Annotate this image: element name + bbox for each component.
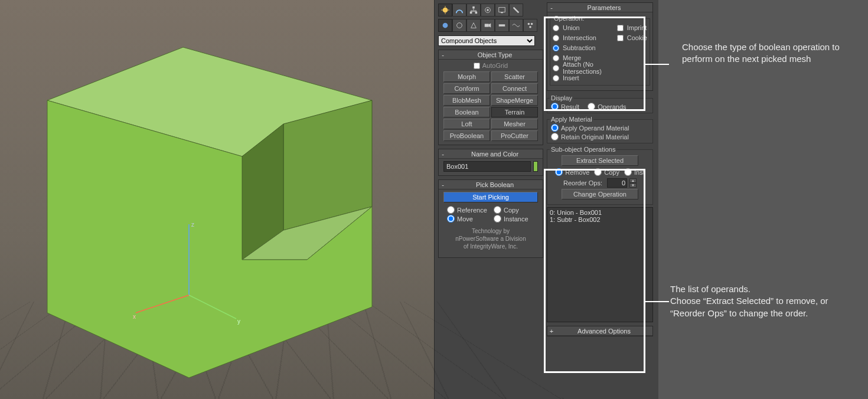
svg-rect-22 bbox=[475, 12, 478, 14]
apply-material-group: Apply Material Apply Operand MaterialRet… bbox=[547, 116, 653, 143]
pick-mode-reference[interactable]: Reference bbox=[447, 206, 488, 214]
spinner-up[interactable]: ▲ bbox=[629, 178, 637, 183]
create-category-tabs bbox=[438, 18, 543, 33]
rollout-toggle[interactable]: - bbox=[547, 4, 556, 11]
object-type-procutter[interactable]: ProCutter bbox=[491, 130, 538, 141]
lights-cat[interactable] bbox=[466, 19, 481, 32]
apply-mat-apply-operand-material[interactable]: Apply Operand Material bbox=[551, 124, 649, 132]
callout-line-bottom bbox=[645, 301, 669, 302]
reorder-ops-label: Reorder Ops: bbox=[563, 179, 602, 187]
spinner-down[interactable]: ▼ bbox=[629, 183, 637, 188]
svg-rect-30 bbox=[499, 8, 505, 12]
svg-rect-20 bbox=[472, 6, 475, 9]
object-type-morph[interactable]: Morph bbox=[443, 71, 490, 82]
rollout-title: Object Type bbox=[447, 51, 543, 58]
rollout-advanced-options: +Advanced Options bbox=[547, 326, 653, 336]
rollout-name-color: -Name and Color bbox=[438, 149, 543, 176]
helpers-cat[interactable] bbox=[495, 19, 509, 32]
start-picking-button[interactable]: Start Picking bbox=[443, 192, 538, 202]
svg-point-38 bbox=[531, 23, 533, 25]
rollout-pick-boolean: -Pick Boolean Start Picking ReferenceCop… bbox=[438, 179, 543, 258]
operation-insert[interactable]: Insert bbox=[553, 73, 614, 83]
spacewarps-cat[interactable] bbox=[509, 19, 523, 32]
callout-line-top bbox=[645, 64, 669, 65]
motion-tab[interactable] bbox=[481, 4, 495, 17]
subobj-mode-inst[interactable]: Inst bbox=[624, 168, 645, 176]
rollout-object-type: -Object Type AutoGrid MorphScatterConfor… bbox=[438, 50, 543, 145]
rollout-toggle[interactable]: - bbox=[439, 51, 447, 58]
rollout-parameters: -Parameters Operation: UnionIntersection… bbox=[547, 2, 653, 91]
pick-mode-instance[interactable]: Instance bbox=[494, 215, 534, 223]
boolean-cube: z x y bbox=[0, 0, 434, 399]
object-type-terrain[interactable]: Terrain bbox=[491, 107, 538, 117]
annotation-top: Choose the type of boolean operation to … bbox=[682, 41, 853, 66]
svg-point-32 bbox=[443, 23, 448, 28]
object-type-mesher[interactable]: Mesher bbox=[491, 119, 538, 129]
subobj-mode-copy[interactable]: Copy bbox=[594, 168, 619, 176]
rollout-title: Name and Color bbox=[447, 151, 543, 158]
svg-rect-34 bbox=[485, 24, 489, 27]
subobj-mode-remove[interactable]: Remove bbox=[555, 168, 589, 176]
rollout-title: Advanced Options bbox=[556, 328, 652, 335]
object-category-dropdown[interactable]: Compound Objects bbox=[438, 35, 535, 46]
svg-point-39 bbox=[529, 26, 531, 28]
operand-row[interactable]: 0: Union - Box001 bbox=[550, 209, 650, 216]
annotation-bottom: The list of operands.Choose “Extract Sel… bbox=[670, 283, 859, 319]
apply-mat-retain-original-material[interactable]: Retain Original Material bbox=[551, 133, 649, 140]
rollout-title: Parameters bbox=[556, 4, 652, 11]
svg-point-37 bbox=[528, 23, 530, 25]
svg-rect-21 bbox=[470, 12, 472, 14]
pick-mode-copy[interactable]: Copy bbox=[494, 206, 534, 214]
pick-mode-move[interactable]: Move bbox=[447, 215, 488, 223]
systems-cat[interactable] bbox=[523, 19, 537, 32]
utilities-tab[interactable] bbox=[509, 4, 523, 17]
operation-intersection[interactable]: Intersection bbox=[553, 33, 614, 42]
object-type-conform[interactable]: Conform bbox=[443, 83, 490, 94]
extract-selected-button[interactable]: Extract Selected bbox=[562, 155, 638, 166]
object-type-boolean[interactable]: Boolean bbox=[443, 107, 490, 117]
object-type-blobmesh[interactable]: BlobMesh bbox=[443, 95, 490, 106]
svg-rect-36 bbox=[499, 24, 505, 27]
operand-list[interactable]: 0: Union - Box0011: Subtr - Box002 bbox=[547, 207, 653, 322]
display-tab[interactable] bbox=[495, 4, 509, 17]
autogrid-checkbox[interactable]: AutoGrid bbox=[443, 62, 538, 69]
object-type-loft[interactable]: Loft bbox=[443, 119, 490, 129]
svg-rect-31 bbox=[501, 12, 503, 14]
viewport-3d[interactable]: z x y bbox=[0, 0, 434, 399]
object-type-proboolean[interactable]: ProBoolean bbox=[443, 130, 490, 141]
cookie-checkbox[interactable]: Cookie bbox=[617, 33, 647, 42]
operation-subtraction[interactable]: Subtraction bbox=[553, 43, 614, 53]
svg-text:y: y bbox=[237, 318, 240, 325]
create-tab[interactable] bbox=[438, 4, 452, 17]
change-operation-button[interactable]: Change Operation bbox=[562, 189, 638, 200]
shapes-cat[interactable] bbox=[452, 19, 466, 32]
operation-union[interactable]: Union bbox=[553, 23, 614, 32]
modify-tab[interactable] bbox=[452, 4, 466, 17]
hierarchy-tab[interactable] bbox=[466, 4, 481, 17]
display-result-radio[interactable]: Result bbox=[551, 103, 579, 110]
rollout-toggle[interactable]: - bbox=[439, 151, 447, 158]
command-panel-tabs bbox=[438, 2, 543, 18]
svg-point-15 bbox=[443, 8, 448, 13]
rollout-toggle[interactable]: + bbox=[547, 328, 556, 335]
object-type-shapemerge[interactable]: ShapeMerge bbox=[491, 95, 538, 106]
object-name-input[interactable] bbox=[443, 161, 531, 172]
reorder-ops-spinner[interactable]: ▲▼ bbox=[607, 178, 637, 188]
operation-attach-no-intersections-[interactable]: Attach (No Intersections) bbox=[553, 63, 614, 73]
subobject-ops-group: Sub-object Operations Extract Selected R… bbox=[547, 146, 653, 205]
rollout-toggle[interactable]: - bbox=[439, 181, 447, 188]
svg-point-33 bbox=[457, 23, 462, 28]
operand-row[interactable]: 1: Subtr - Box002 bbox=[550, 216, 650, 223]
credit-text: Technology by nPowerSoftware a Division … bbox=[443, 224, 538, 254]
svg-marker-35 bbox=[489, 24, 491, 28]
imprint-checkbox[interactable]: Imprint bbox=[617, 23, 647, 32]
rollout-title: Pick Boolean bbox=[447, 181, 543, 188]
cameras-cat[interactable] bbox=[481, 19, 495, 32]
svg-point-29 bbox=[487, 9, 489, 11]
object-type-scatter[interactable]: Scatter bbox=[491, 71, 538, 82]
svg-text:x: x bbox=[133, 313, 136, 320]
geometry-cat[interactable] bbox=[438, 19, 452, 32]
object-color-swatch[interactable] bbox=[533, 161, 538, 172]
display-operands-radio[interactable]: Operands bbox=[588, 103, 626, 110]
object-type-connect[interactable]: Connect bbox=[491, 83, 538, 94]
